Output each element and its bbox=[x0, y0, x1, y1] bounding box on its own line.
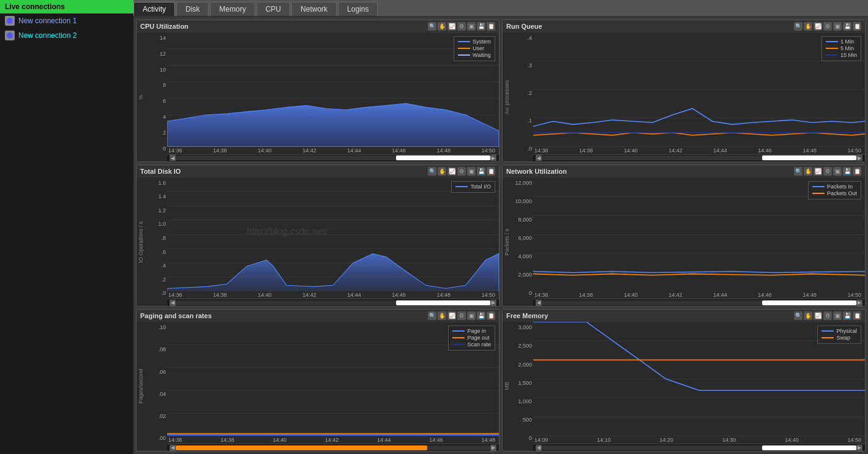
paging-scroll-thumb[interactable] bbox=[176, 445, 427, 450]
scroll-thumb[interactable] bbox=[396, 155, 490, 160]
disk-scrollbar[interactable]: ◀ ▶ bbox=[167, 299, 499, 306]
view1-icon[interactable]: ▣ bbox=[467, 22, 476, 31]
net-scroll-right[interactable]: ▶ bbox=[856, 300, 862, 306]
mem-save-icon[interactable]: 💾 bbox=[843, 311, 851, 320]
paging-scroll-left[interactable]: ◀ bbox=[170, 445, 176, 451]
mem-export-icon[interactable]: 📋 bbox=[853, 311, 861, 320]
net-hand-icon[interactable]: ✋ bbox=[804, 167, 812, 176]
cpu-scrollbar[interactable]: ◀ ▶ bbox=[167, 154, 499, 162]
disk-scroll-track[interactable] bbox=[176, 300, 490, 305]
mem-scroll-track[interactable] bbox=[542, 445, 856, 450]
disk-scroll-right[interactable]: ▶ bbox=[490, 300, 496, 306]
tab-network[interactable]: Network bbox=[291, 2, 337, 16]
net-scroll-track[interactable] bbox=[542, 300, 856, 305]
svg-marker-8 bbox=[167, 103, 499, 147]
tab-memory[interactable]: Memory bbox=[210, 2, 255, 16]
tab-disk[interactable]: Disk bbox=[176, 2, 209, 16]
legend-pagein-color bbox=[452, 330, 465, 332]
disk-chart-body: IO Operations / s 1.6 1.4 1.2 1.0 .8 .6 … bbox=[137, 177, 499, 307]
rq-chart-svg bbox=[533, 32, 865, 147]
rq-scrollbar[interactable]: ◀ ▶ bbox=[533, 154, 865, 162]
net-scrollbar[interactable]: ◀ ▶ bbox=[533, 299, 865, 306]
paging-scroll-right[interactable]: ▶ bbox=[490, 445, 496, 451]
rq-export-icon[interactable]: 📋 bbox=[853, 22, 861, 31]
legend-system: System bbox=[458, 39, 491, 45]
disk-hand-icon[interactable]: ✋ bbox=[438, 167, 446, 176]
tab-logins[interactable]: Logins bbox=[338, 2, 378, 16]
disk-export-icon[interactable]: 📋 bbox=[487, 167, 495, 176]
connection-1[interactable]: New connection 1 bbox=[0, 13, 133, 28]
net-chart-icon[interactable]: 📈 bbox=[814, 167, 822, 176]
mem-scrollbar[interactable]: ◀ ▶ bbox=[533, 444, 865, 451]
rq-scroll-thumb[interactable] bbox=[762, 155, 856, 160]
paging-export-icon[interactable]: 📋 bbox=[487, 311, 495, 320]
rq-zoom-icon[interactable]: 🔍 bbox=[794, 22, 803, 31]
rq-chart-icon[interactable]: 📈 bbox=[814, 22, 822, 31]
paging-filter-icon[interactable]: ⚙ bbox=[457, 311, 466, 320]
rq-scroll-right[interactable]: ▶ bbox=[856, 155, 862, 161]
save-icon[interactable]: 💾 bbox=[477, 22, 485, 31]
net-save-icon[interactable]: 💾 bbox=[843, 167, 851, 176]
export-icon[interactable]: 📋 bbox=[487, 22, 495, 31]
disk-io-title: Total Disk IO bbox=[140, 168, 181, 175]
rq-filter-icon[interactable]: ⚙ bbox=[823, 22, 832, 31]
disk-chart-icon[interactable]: 📈 bbox=[447, 167, 456, 176]
disk-filter-icon[interactable]: ⚙ bbox=[457, 167, 466, 176]
scroll-track[interactable] bbox=[176, 155, 490, 160]
scroll-right[interactable]: ▶ bbox=[490, 155, 496, 161]
disk-scroll-thumb[interactable] bbox=[396, 300, 490, 305]
tab-cpu[interactable]: CPU bbox=[256, 2, 290, 16]
legend-1min-color bbox=[826, 41, 838, 42]
disk-y-label: IO Operations / s bbox=[137, 177, 145, 307]
rq-scroll-left[interactable]: ◀ bbox=[536, 155, 542, 161]
mem-filter-icon[interactable]: ⚙ bbox=[823, 311, 832, 320]
legend-pageout-color bbox=[452, 337, 465, 338]
net-scroll-left[interactable]: ◀ bbox=[536, 300, 542, 306]
legend-1min: 1 Min bbox=[826, 39, 857, 45]
mem-chart-icon[interactable]: 📈 bbox=[814, 311, 822, 320]
disk-io-header: Total Disk IO 🔍 ✋ 📈 ⚙ ▣ 💾 📋 bbox=[137, 165, 499, 177]
mem-view1-icon[interactable]: ▣ bbox=[833, 311, 842, 320]
paging-scrollbar[interactable]: ◀ ▶ bbox=[167, 444, 499, 451]
hand-icon[interactable]: ✋ bbox=[438, 22, 446, 31]
rq-save-icon[interactable]: 💾 bbox=[843, 22, 851, 31]
cpu-svg-area: 14:36 14:38 14:40 14:42 14:44 14:46 14:4… bbox=[167, 32, 499, 162]
paging-chart-icon[interactable]: 📈 bbox=[447, 311, 456, 320]
mem-zoom-icon[interactable]: 🔍 bbox=[794, 311, 803, 320]
chart-icon[interactable]: 📈 bbox=[447, 22, 456, 31]
disk-save-icon[interactable]: 💾 bbox=[477, 167, 485, 176]
cpu-x-axis: 14:36 14:38 14:40 14:42 14:44 14:46 14:4… bbox=[167, 147, 499, 154]
paging-view1-icon[interactable]: ▣ bbox=[467, 311, 476, 320]
disk-scroll-left[interactable]: ◀ bbox=[170, 300, 176, 306]
run-queue-panel: Run Queue 🔍 ✋ 📈 ⚙ ▣ 💾 📋 Av. processes .4… bbox=[502, 20, 866, 162]
scroll-left[interactable]: ◀ bbox=[170, 155, 176, 161]
mem-scroll-left[interactable]: ◀ bbox=[536, 445, 542, 451]
mem-scroll-right[interactable]: ▶ bbox=[856, 445, 862, 451]
disk-zoom-icon[interactable]: 🔍 bbox=[428, 167, 436, 176]
rq-y-label: Av. processes bbox=[503, 32, 511, 162]
net-view1-icon[interactable]: ▣ bbox=[833, 167, 842, 176]
legend-swap: Swap bbox=[821, 335, 857, 341]
legend-5min-color bbox=[826, 48, 838, 49]
paging-zoom-icon[interactable]: 🔍 bbox=[428, 311, 436, 320]
paging-hand-icon[interactable]: ✋ bbox=[438, 311, 446, 320]
paging-scroll-track[interactable] bbox=[176, 445, 490, 450]
zoom-icon[interactable]: 🔍 bbox=[428, 22, 436, 31]
net-export-icon[interactable]: 📋 bbox=[853, 167, 861, 176]
rq-view1-icon[interactable]: ▣ bbox=[833, 22, 842, 31]
paging-save-icon[interactable]: 💾 bbox=[477, 311, 485, 320]
network-title: Network Utilization bbox=[506, 168, 567, 175]
filter-icon[interactable]: ⚙ bbox=[457, 22, 466, 31]
rq-scroll-track[interactable] bbox=[542, 155, 856, 160]
rq-hand-icon[interactable]: ✋ bbox=[804, 22, 812, 31]
net-scroll-thumb[interactable] bbox=[762, 300, 856, 305]
net-zoom-icon[interactable]: 🔍 bbox=[794, 167, 803, 176]
mem-scroll-thumb[interactable] bbox=[762, 445, 856, 450]
legend-user: User bbox=[458, 45, 491, 51]
run-queue-title: Run Queue bbox=[506, 23, 542, 30]
mem-hand-icon[interactable]: ✋ bbox=[804, 311, 812, 320]
connection-2[interactable]: New connection 2 bbox=[0, 28, 133, 43]
net-filter-icon[interactable]: ⚙ bbox=[823, 167, 832, 176]
tab-activity[interactable]: Activity bbox=[133, 2, 175, 16]
disk-view1-icon[interactable]: ▣ bbox=[467, 167, 476, 176]
